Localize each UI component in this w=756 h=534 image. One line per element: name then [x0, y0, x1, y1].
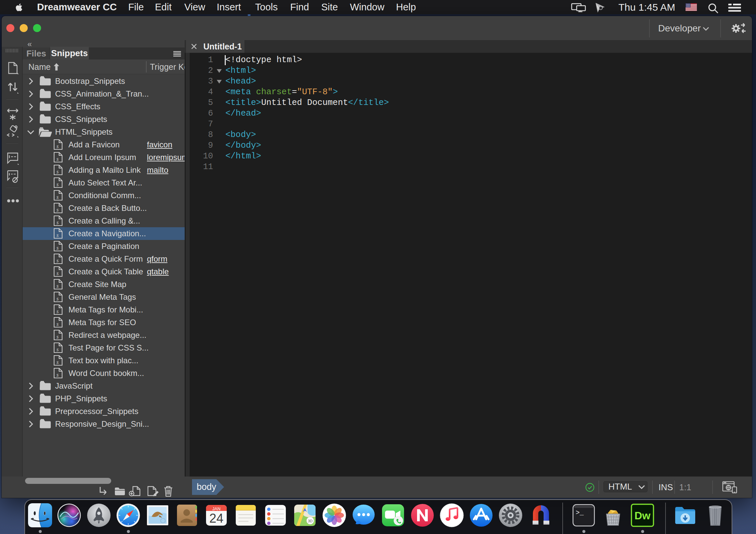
svg-text:s: s [56, 181, 59, 187]
svg-text:s: s [56, 308, 59, 314]
svg-text:JAN: JAN [212, 506, 221, 511]
svg-text:s: s [56, 245, 59, 251]
svg-text:s: s [56, 372, 59, 378]
svg-text:s: s [56, 219, 59, 226]
svg-text:s: s [56, 194, 59, 200]
svg-text:s: s [56, 333, 59, 340]
svg-text:Dw: Dw [634, 510, 650, 522]
svg-text:s: s [56, 283, 59, 289]
svg-text:s: s [56, 295, 59, 302]
svg-text:s: s [56, 321, 59, 327]
svg-text:s: s [56, 156, 59, 162]
svg-text:>_: >_ [576, 509, 584, 517]
svg-text:s: s [56, 207, 59, 213]
svg-text:s: s [56, 257, 59, 264]
svg-text:s: s [56, 232, 59, 238]
svg-text:s: s [56, 270, 59, 276]
svg-text:s: s [56, 346, 59, 353]
svg-text:s: s [56, 359, 59, 365]
svg-text:s: s [56, 168, 59, 175]
svg-text:24: 24 [209, 511, 223, 525]
svg-text:3D: 3D [308, 519, 313, 523]
svg-text:s: s [56, 143, 59, 149]
